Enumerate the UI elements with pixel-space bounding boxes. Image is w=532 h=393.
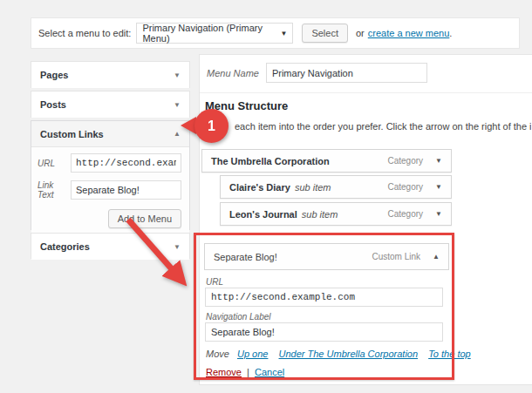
navigation-label-input[interactable] bbox=[205, 322, 443, 342]
expanded-url-input[interactable] bbox=[205, 288, 443, 307]
chevron-up-icon[interactable]: ▲ bbox=[174, 130, 181, 138]
menu-item-separate-blog-header[interactable]: Separate Blog! Custom Link ▲ bbox=[204, 243, 449, 270]
move-under-umbrella-link[interactable]: Under The Umbrella Corporation bbox=[279, 349, 419, 359]
custom-links-panel: Custom Links ▲ URL Link Text Add to Menu bbox=[31, 120, 190, 230]
menu-item-title: Claire's Diary bbox=[229, 182, 290, 193]
custom-links-panel-title: Custom Links bbox=[40, 129, 104, 139]
chevron-down-icon[interactable]: ▼ bbox=[174, 243, 181, 251]
categories-panel-title: Categories bbox=[40, 241, 90, 252]
chevron-down-icon[interactable]: ▼ bbox=[435, 157, 442, 165]
or-text: or bbox=[356, 28, 365, 38]
expanded-url-label: URL bbox=[206, 277, 223, 287]
separator-text: | bbox=[247, 367, 249, 377]
menu-dropdown[interactable]: Primary Navigation (Primary Menu) ▼ bbox=[136, 23, 293, 44]
chevron-down-icon[interactable]: ▼ bbox=[435, 183, 442, 191]
navigation-label-label: Navigation Label bbox=[206, 312, 271, 322]
chevron-down-icon[interactable]: ▼ bbox=[174, 101, 181, 109]
custom-links-body: URL Link Text Add to Menu bbox=[31, 147, 189, 235]
categories-panel: Categories ▼ bbox=[31, 233, 190, 259]
pages-panel-header[interactable]: Pages ▼ bbox=[31, 62, 189, 88]
menu-item-type: Category bbox=[388, 209, 424, 219]
link-text-field-label: Link Text bbox=[38, 180, 71, 200]
menu-name-label: Menu Name bbox=[207, 68, 259, 78]
item-actions: Remove | Cancel bbox=[206, 367, 284, 377]
menu-item-type: Custom Link bbox=[372, 252, 421, 261]
pages-panel: Pages ▼ bbox=[31, 61, 190, 88]
chevron-down-icon[interactable]: ▼ bbox=[435, 210, 442, 218]
sub-item-label: sub item bbox=[295, 182, 331, 193]
menu-dropdown-value: Primary Navigation (Primary Menu) bbox=[142, 23, 280, 44]
menu-editor-panel: Menu Name Menu Structure each item into … bbox=[199, 54, 532, 385]
posts-panel-title: Posts bbox=[40, 99, 66, 110]
menu-item-title: The Umbrella Corporation bbox=[211, 156, 330, 166]
remove-link[interactable]: Remove bbox=[206, 367, 242, 377]
link-text-input[interactable] bbox=[71, 180, 181, 200]
step-number: 1 bbox=[208, 119, 215, 134]
move-to-top-link[interactable]: To the top bbox=[428, 349, 471, 359]
posts-panel: Posts ▼ bbox=[31, 91, 190, 118]
create-new-menu-link[interactable]: create a new menu bbox=[368, 28, 450, 38]
menu-item-title: Separate Blog! bbox=[214, 252, 277, 262]
chevron-up-icon[interactable]: ▲ bbox=[433, 253, 440, 261]
sub-item-label: sub item bbox=[302, 209, 338, 220]
custom-links-panel-header[interactable]: Custom Links ▲ bbox=[31, 121, 189, 147]
select-menu-label: Select a menu to edit: bbox=[38, 28, 131, 38]
period-text: . bbox=[449, 28, 452, 38]
chevron-down-icon[interactable]: ▼ bbox=[174, 71, 181, 79]
menu-item-umbrella-corporation[interactable]: The Umbrella Corporation Category ▼ bbox=[201, 149, 452, 173]
select-button[interactable]: Select bbox=[302, 24, 348, 43]
posts-panel-header[interactable]: Posts ▼ bbox=[31, 91, 189, 118]
divider bbox=[200, 92, 532, 93]
instructions-text: each item into the order you prefer. Cli… bbox=[235, 121, 531, 132]
move-up-one-link[interactable]: Up one bbox=[237, 349, 268, 359]
step-number-badge: 1 bbox=[194, 109, 228, 143]
menu-name-input[interactable] bbox=[266, 63, 427, 83]
url-input[interactable] bbox=[71, 153, 181, 173]
pages-panel-title: Pages bbox=[40, 70, 68, 80]
url-field-label: URL bbox=[38, 159, 71, 168]
menu-item-title: Leon's Journal bbox=[229, 209, 297, 220]
move-label: Move bbox=[206, 349, 229, 359]
menu-item-claires-diary[interactable]: Claire's Diarysub item Category ▼ bbox=[220, 175, 452, 199]
menu-item-type: Category bbox=[388, 182, 424, 192]
cancel-link[interactable]: Cancel bbox=[255, 367, 284, 377]
menu-item-leons-journal[interactable]: Leon's Journalsub item Category ▼ bbox=[220, 202, 452, 226]
menu-select-bar: Select a menu to edit: Primary Navigatio… bbox=[31, 17, 520, 49]
menu-item-type: Category bbox=[388, 156, 424, 166]
categories-panel-header[interactable]: Categories ▼ bbox=[31, 234, 189, 260]
dropdown-caret-icon: ▼ bbox=[280, 30, 287, 37]
add-to-menu-button[interactable]: Add to Menu bbox=[108, 209, 181, 228]
move-controls: Move Up one Under The Umbrella Corporati… bbox=[206, 349, 479, 359]
